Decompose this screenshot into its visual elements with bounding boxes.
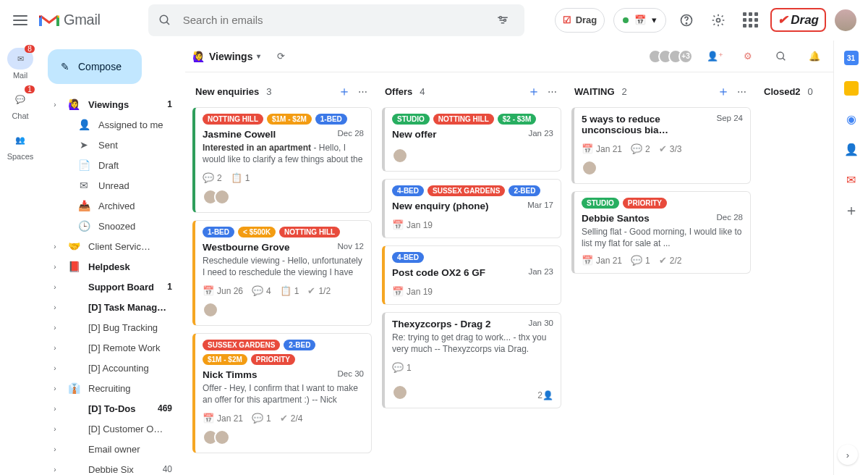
- card-title: Westbourne Grove: [203, 242, 290, 253]
- card-footer-right: 2👤: [537, 390, 553, 400]
- cal-icon: 📅: [203, 413, 214, 424]
- tag: 4-BED: [392, 252, 424, 263]
- rail-badge: 8: [25, 45, 35, 53]
- add-card-button[interactable]: ＋: [338, 83, 351, 100]
- sidebar-item-count: 469: [158, 403, 175, 413]
- column-count: 2: [622, 86, 627, 97]
- search-bar[interactable]: [148, 4, 524, 36]
- svg-line-1: [166, 22, 169, 25]
- chevron-right-icon: ›: [51, 405, 59, 413]
- sidebar-item[interactable]: ›[D] To-Dos469: [48, 398, 179, 419]
- kanban-card[interactable]: STUDIONOTTING HILL$2 - $3MNew offerJan 2…: [382, 107, 561, 172]
- column-menu-button[interactable]: ⋯: [358, 86, 369, 97]
- card-meta: 📅Jan 21💬2✔3/3: [582, 143, 743, 154]
- add-card-button[interactable]: ＋: [527, 83, 540, 100]
- kanban-card[interactable]: SUSSEX GARDENS2-BED$1M - $2MPRIORITYNick…: [192, 333, 372, 453]
- gear-icon[interactable]: [707, 9, 730, 32]
- sidebar-subitem[interactable]: 🕒Snoozed: [48, 216, 179, 236]
- board-selector[interactable]: 🙋‍♀️ Viewings ▾: [192, 51, 260, 62]
- sidebar-item[interactable]: ›Support Board1: [48, 277, 179, 297]
- rail-item-chat[interactable]: 💬1Chat: [7, 88, 33, 120]
- kanban-card[interactable]: 4-BEDPost code OX2 6 GFJan 23📅Jan 19: [382, 245, 561, 305]
- sidebar-item-label: Support Board: [88, 282, 160, 293]
- rail-item-mail[interactable]: ✉8Mail: [7, 48, 33, 80]
- mail-icon: ✉: [17, 54, 24, 64]
- account-avatar[interactable]: [835, 9, 856, 31]
- help-icon[interactable]: [675, 9, 698, 32]
- sidebar-item[interactable]: ›👔Recruiting: [48, 378, 179, 398]
- sidebar-item[interactable]: ›Debbie Six40: [48, 459, 179, 475]
- add-addon-icon[interactable]: ＋: [844, 203, 859, 217]
- refresh-icon[interactable]: ⟳: [269, 45, 292, 68]
- sidebar-item[interactable]: ›📕Helpdesk: [48, 256, 179, 277]
- sidebar-item[interactable]: ›[D] Remote Work: [48, 337, 179, 358]
- board-members[interactable]: +3: [652, 49, 693, 64]
- sidebar-item[interactable]: ›[D] Customer O…: [48, 419, 179, 439]
- sidebar-item-label: Viewings: [88, 99, 160, 110]
- sidebar-subitem[interactable]: 📥Archived: [48, 196, 179, 216]
- card-avatars: [392, 384, 408, 400]
- meta-check: ✔3/3: [659, 143, 682, 154]
- tasks-icon[interactable]: ◉: [844, 112, 859, 126]
- chevron-right-icon: ›: [51, 384, 59, 392]
- google-apps-icon[interactable]: [739, 9, 762, 32]
- sidebar-item-label: [D] Bug Tracking: [88, 322, 175, 333]
- calendar-icon[interactable]: 31: [844, 51, 859, 65]
- card-meta: 📅Jan 19: [392, 286, 553, 297]
- bell-icon[interactable]: 🔔: [803, 45, 826, 68]
- kanban-board: New enquiries3＋⋯NOTTING HILL$1M - $2M1-B…: [185, 72, 833, 475]
- sidebar-subitem[interactable]: 👤Assigned to me: [48, 114, 179, 135]
- filter-icon[interactable]: ⚙: [736, 45, 760, 68]
- note-icon: 📋: [280, 285, 292, 296]
- kanban-card[interactable]: 1-BED< $500KNOTTING HILLWestbourne Grove…: [192, 220, 372, 326]
- compose-button[interactable]: ✎ Compose: [48, 49, 142, 84]
- gmail-logo[interactable]: Gmail: [39, 12, 101, 28]
- drag-app-button[interactable]: ☑ Drag: [555, 8, 605, 33]
- drag-brand-logo[interactable]: ✔ Drag: [770, 8, 826, 32]
- sidebar-subitem-label: Sent: [98, 140, 175, 151]
- card-title: Thexyzcorps - Drag 2: [392, 319, 491, 329]
- sidebar-item[interactable]: ›[D] Bug Tracking: [48, 317, 179, 337]
- spaces-icon: 👥: [15, 135, 25, 145]
- kanban-card[interactable]: Thexyzcorps - Drag 2Jan 30Re: trying to …: [382, 312, 561, 408]
- tag: SUSSEX GARDENS: [203, 340, 280, 350]
- sidebar-subitem[interactable]: 📄Draft: [48, 155, 179, 175]
- sidebar-subitem-label: Assigned to me: [98, 119, 175, 130]
- drag-status-pill[interactable]: 📅 ▾: [613, 8, 666, 33]
- rail-item-spaces[interactable]: 👥Spaces: [7, 129, 34, 161]
- sidebar-subitem-icon: 📥: [77, 200, 91, 211]
- kanban-card[interactable]: STUDIOPRIORITYDebbie SantosDec 28Selling…: [571, 191, 751, 274]
- avatar: [203, 302, 218, 318]
- contacts-icon[interactable]: 👤: [844, 142, 859, 156]
- add-member-icon[interactable]: 👤⁺: [703, 45, 726, 68]
- sidebar-item[interactable]: ›[D] Task Manag…: [48, 297, 179, 317]
- check-icon: ✔: [659, 255, 667, 266]
- addon-gmail-icon[interactable]: ✉: [844, 172, 859, 187]
- avatar: [392, 384, 408, 400]
- kanban-card[interactable]: NOTTING HILL$1M - $2M1-BEDJasmine Cowell…: [192, 107, 372, 213]
- card-tags: 1-BED< $500KNOTTING HILL: [203, 227, 364, 238]
- keep-icon[interactable]: [844, 81, 859, 96]
- sidebar-item[interactable]: ›[D] Accounting: [48, 358, 179, 378]
- sidebar-item[interactable]: ›Email owner: [48, 439, 179, 459]
- sidebar-item-label: [D] Remote Work: [88, 342, 175, 353]
- drag-check-icon: ☑: [563, 14, 571, 25]
- search-options-icon[interactable]: [491, 9, 514, 32]
- cal-icon: 📅: [203, 285, 214, 296]
- board-search-icon[interactable]: [770, 45, 793, 68]
- note-icon: 📋: [231, 172, 242, 183]
- comment-icon: 💬: [252, 285, 263, 296]
- sidebar-item[interactable]: ›🙋‍♀️Viewings1: [48, 94, 179, 114]
- sidebar-subitem[interactable]: ➤Sent: [48, 135, 179, 155]
- sidebar-subitem-label: Archived: [98, 201, 175, 211]
- column-menu-button[interactable]: ⋯: [737, 86, 748, 97]
- search-input[interactable]: [182, 13, 481, 27]
- add-card-button[interactable]: ＋: [717, 83, 730, 100]
- scroll-right-button[interactable]: ›: [838, 445, 858, 465]
- main-menu-button[interactable]: [12, 12, 29, 29]
- sidebar-subitem[interactable]: ✉Unread: [48, 175, 179, 196]
- column-menu-button[interactable]: ⋯: [548, 86, 558, 97]
- kanban-card[interactable]: 4-BEDSUSSEX GARDENS2-BEDNew enquiry (pho…: [382, 179, 561, 238]
- kanban-card[interactable]: 5 ways to reduce unconscious bia…Sep 24📅…: [571, 107, 751, 184]
- sidebar-item[interactable]: ›🤝Client Servic…: [48, 236, 179, 256]
